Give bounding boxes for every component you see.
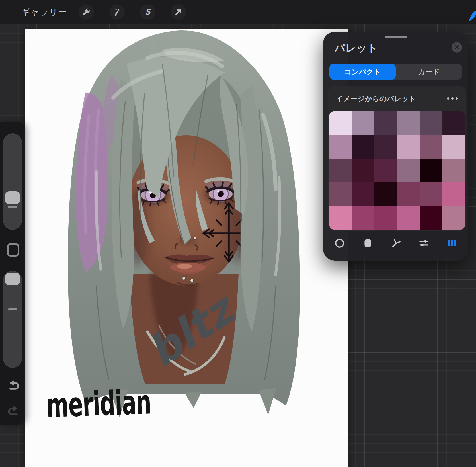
brush-size-tick: [8, 206, 17, 208]
adjustments-button[interactable]: [109, 4, 125, 20]
opacity-thumb[interactable]: [5, 273, 20, 285]
palette-swatch[interactable]: [329, 182, 352, 206]
palette-swatch[interactable]: [374, 111, 397, 135]
more-options-button[interactable]: [446, 95, 458, 102]
palette-swatch[interactable]: [329, 159, 352, 182]
harmony-mode-button[interactable]: [388, 236, 403, 251]
palette-swatch-grid: [329, 111, 465, 230]
palette-swatch[interactable]: [397, 159, 420, 182]
gallery-button[interactable]: ギャラリー: [21, 0, 67, 24]
palette-swatch[interactable]: [374, 182, 397, 206]
close-button[interactable]: [452, 42, 462, 53]
palette-swatch[interactable]: [352, 111, 375, 135]
palette-swatch[interactable]: [374, 159, 397, 182]
value-mode-button[interactable]: [416, 236, 431, 251]
palette-swatch[interactable]: [420, 135, 443, 158]
palette-swatch[interactable]: [329, 135, 352, 158]
undo-icon: [6, 389, 20, 394]
palette-swatch[interactable]: [442, 135, 465, 158]
palette-swatch[interactable]: [420, 182, 443, 206]
view-segmented-control: コンパクト カード: [329, 64, 462, 80]
palette-card: イメージからのパレット: [328, 86, 466, 231]
palette-panel: パレット コンパクト カード イメージからのパレット: [323, 32, 468, 261]
palette-swatch[interactable]: [374, 135, 397, 158]
palette-swatch[interactable]: [352, 135, 375, 158]
tab-compact[interactable]: コンパクト: [329, 64, 396, 80]
palette-swatch[interactable]: [374, 206, 397, 230]
disc-mode-button[interactable]: [332, 236, 347, 251]
ellipsis-icon: [447, 97, 449, 100]
drag-handle[interactable]: [385, 36, 407, 38]
palettes-icon: [446, 238, 457, 250]
top-toolbar: ギャラリー S: [0, 0, 476, 24]
disc-icon: [334, 238, 345, 250]
undo-button[interactable]: [6, 379, 20, 393]
palettes-mode-button[interactable]: [444, 236, 459, 251]
active-brush-icon[interactable]: [469, 10, 476, 22]
palette-name: イメージからのパレット: [336, 94, 416, 103]
palette-swatch[interactable]: [329, 206, 352, 230]
modify-button[interactable]: [7, 243, 19, 257]
canvas-area[interactable]: bltz meridian: [25, 29, 348, 467]
classic-icon: [362, 238, 373, 250]
palette-swatch[interactable]: [397, 206, 420, 230]
harmony-icon: [390, 238, 401, 250]
selection-button[interactable]: S: [140, 4, 155, 20]
artwork-portrait: bltz meridian: [25, 29, 348, 467]
palette-swatch[interactable]: [352, 159, 375, 182]
transform-icon: [174, 8, 183, 16]
selection-icon: S: [143, 8, 152, 16]
palette-swatch[interactable]: [397, 135, 420, 158]
transform-button[interactable]: [171, 4, 186, 20]
brush-size-thumb[interactable]: [5, 191, 20, 204]
palette-swatch[interactable]: [420, 206, 443, 230]
palette-panel-title: パレット: [335, 41, 377, 55]
palette-swatch[interactable]: [442, 159, 465, 182]
canvas-caption: meridian: [46, 382, 152, 425]
classic-mode-button[interactable]: [360, 236, 375, 251]
actions-button[interactable]: [79, 4, 94, 20]
palette-swatch[interactable]: [397, 111, 420, 135]
palette-swatch[interactable]: [442, 206, 465, 230]
procreate-screen: bltz meridian ギャラリー: [0, 0, 476, 467]
value-icon: [418, 238, 429, 250]
close-icon: [454, 44, 459, 51]
adjustments-icon: [113, 8, 121, 16]
opacity-tick: [8, 308, 17, 310]
color-mode-bar: [332, 236, 459, 252]
palette-swatch[interactable]: [442, 182, 465, 206]
brush-size-slider[interactable]: [3, 133, 22, 230]
tab-cards[interactable]: カード: [396, 64, 462, 80]
palette-swatch[interactable]: [420, 111, 443, 135]
opacity-slider[interactable]: [3, 271, 22, 368]
svg-text:S: S: [145, 8, 151, 16]
sidebar-tools: [0, 122, 25, 425]
palette-swatch[interactable]: [329, 111, 352, 135]
wrench-icon: [82, 8, 91, 16]
palette-swatch[interactable]: [352, 206, 375, 230]
nose-stud: [194, 237, 196, 240]
palette-swatch[interactable]: [420, 159, 443, 182]
palette-swatch[interactable]: [397, 182, 420, 206]
redo-button[interactable]: [7, 405, 21, 419]
palette-swatch[interactable]: [442, 111, 465, 135]
redo-icon: [7, 415, 21, 419]
palette-swatch[interactable]: [352, 182, 375, 206]
